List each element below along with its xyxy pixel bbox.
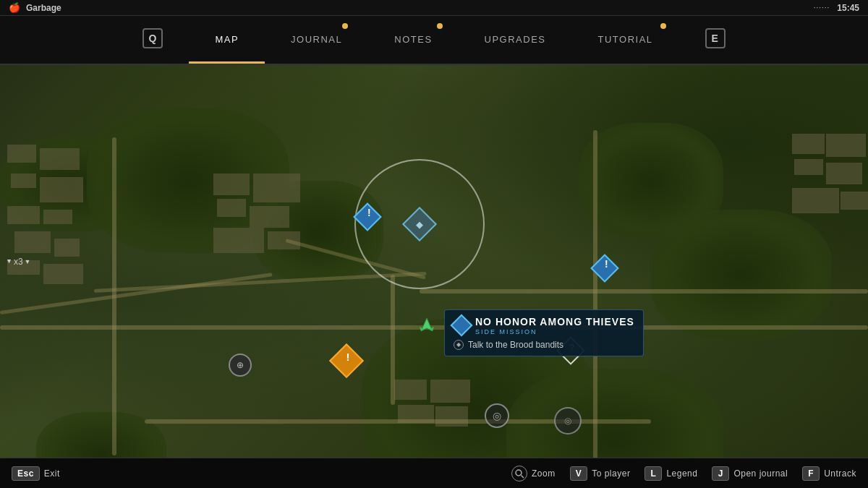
- zoom-arrow-up: ▲: [6, 258, 12, 265]
- tutorial-notification-dot: [660, 23, 666, 29]
- building-cluster-right: [788, 130, 868, 231]
- mission-center-icon[interactable]: ◆: [402, 207, 437, 241]
- bottom-bar: Esc Exit Zoom V To player L Legend J Ope…: [0, 458, 868, 488]
- mission-diamond-orange: [329, 343, 364, 378]
- f-key[interactable]: F: [802, 466, 820, 481]
- map-icon-settlement[interactable]: ⊕: [229, 354, 252, 377]
- tab-notes[interactable]: Notes: [368, 16, 458, 64]
- nav-bar: Q Map Journal Notes Upgrades Tutorial E: [0, 16, 868, 65]
- road-v-small: [391, 275, 395, 405]
- q-key-box[interactable]: Q: [142, 28, 163, 48]
- action-zoom[interactable]: Zoom: [511, 466, 556, 481]
- zoom-arrow-down: ▼: [25, 258, 31, 265]
- notes-notification-dot: [437, 23, 443, 29]
- app-name: Garbage: [26, 3, 61, 13]
- tab-map[interactable]: Map: [189, 16, 265, 64]
- tab-upgrades[interactable]: Upgrades: [459, 16, 572, 64]
- clock: 15:45: [837, 3, 859, 13]
- tooltip-task-text: Talk to the Brood bandits: [468, 340, 563, 350]
- open-journal-label: Open journal: [733, 468, 788, 479]
- svg-line-4: [521, 475, 524, 478]
- tooltip-mission-title: NO HONOR AMONG THIEVES: [475, 316, 634, 328]
- building-cluster-bottom: [391, 376, 477, 434]
- action-legend[interactable]: L Legend: [644, 466, 697, 481]
- l-key[interactable]: L: [644, 466, 662, 481]
- zoom-level: x3: [14, 257, 23, 267]
- nav-key-q[interactable]: Q: [116, 16, 189, 64]
- j-key[interactable]: J: [712, 466, 729, 481]
- tab-tutorial[interactable]: Tutorial: [572, 16, 679, 64]
- tooltip-mission-icon: [450, 314, 472, 337]
- journal-notification-dot: [342, 23, 348, 29]
- nav-key-e[interactable]: E: [679, 16, 752, 64]
- action-exit[interactable]: Esc Exit: [12, 466, 60, 481]
- apple-icon: 🍎: [9, 2, 20, 13]
- tooltip-task-row: ◆ Talk to the Brood bandits: [454, 340, 634, 350]
- map-icon-orange[interactable]: [334, 348, 359, 373]
- player-marker: [418, 317, 435, 334]
- task-icon: ◆: [454, 340, 464, 350]
- road-h-right: [420, 289, 868, 294]
- mission-diamond-blue-2: [590, 254, 619, 283]
- map-icon-blue-2[interactable]: [595, 258, 615, 278]
- road-v-center: [593, 130, 597, 458]
- tooltip-mission-subtitle: SIDE MISSION: [475, 328, 634, 335]
- mission-tooltip: NO HONOR AMONG THIEVES SIDE MISSION ◆ Ta…: [444, 309, 644, 356]
- e-key-box[interactable]: E: [705, 28, 726, 48]
- zoom-indicator: ▲ x3 ▼: [6, 257, 31, 267]
- map-area[interactable]: ◆ ⊕ ◎ ◎ ◎: [0, 65, 868, 458]
- battery-indicator: ······: [814, 4, 830, 12]
- action-open-journal[interactable]: J Open journal: [712, 466, 788, 481]
- action-to-player[interactable]: V To player: [570, 466, 631, 481]
- building-cluster-center: [210, 170, 326, 271]
- map-icon-blue-1[interactable]: [357, 207, 378, 227]
- building-cluster-left: [0, 137, 94, 296]
- zoom-action-label: Zoom: [532, 468, 556, 479]
- circle-right-icon: ◎: [554, 407, 582, 435]
- map-icon-circle-bottom[interactable]: ◎: [485, 403, 509, 428]
- map-icon-circle-right[interactable]: ◎: [554, 407, 582, 435]
- tab-journal[interactable]: Journal: [265, 16, 368, 64]
- system-bar: 🍎 Garbage ······ 15:45: [0, 0, 868, 16]
- svg-point-3: [516, 470, 522, 476]
- esc-key[interactable]: Esc: [12, 466, 40, 481]
- exit-label: Exit: [44, 468, 60, 479]
- zoom-icon: [511, 466, 527, 481]
- to-player-label: To player: [592, 468, 630, 479]
- untrack-label: Untrack: [824, 468, 856, 479]
- legend-label: Legend: [666, 468, 697, 479]
- circle-bottom-icon: ◎: [485, 403, 509, 428]
- v-key[interactable]: V: [570, 466, 588, 481]
- terrain-patch: [506, 369, 723, 458]
- action-untrack[interactable]: F Untrack: [802, 466, 856, 481]
- settlement-icon: ⊕: [229, 354, 252, 377]
- mission-diamond-blue: [353, 202, 382, 231]
